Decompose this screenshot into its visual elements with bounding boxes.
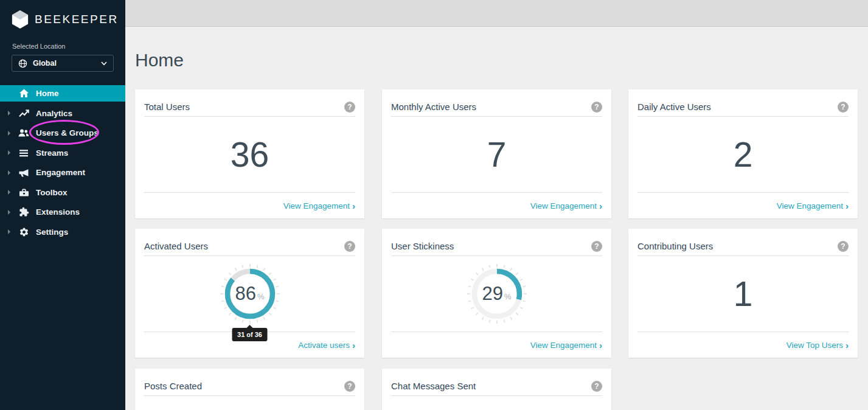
gauge-percent: 86: [235, 283, 255, 305]
help-icon[interactable]: ?: [344, 241, 355, 252]
card-user-stickiness: User Stickiness ? 29 % View Engagement›: [382, 229, 611, 358]
card-title: Monthly Active Users: [391, 102, 476, 112]
location-dropdown[interactable]: Global: [12, 55, 114, 72]
gauge-tooltip: 31 of 36: [232, 328, 268, 341]
users-icon: [18, 128, 29, 139]
sidebar: BEEKEEPER Selected Location Global Home …: [0, 0, 125, 410]
sidebar-item-label: Users & Groups: [36, 128, 99, 137]
expand-caret-icon: [8, 150, 10, 155]
brand-logo: BEEKEEPER: [0, 0, 125, 29]
brand-name: BEEKEEPER: [35, 13, 119, 26]
view-engagement-link[interactable]: View Engagement›: [777, 201, 849, 210]
chevron-right-icon: ›: [599, 341, 602, 350]
metric-value: 2: [734, 134, 753, 175]
help-icon[interactable]: ?: [591, 381, 602, 392]
sidebar-item-label: Engagement: [36, 168, 85, 177]
card-title: Chat Messages Sent: [391, 381, 476, 391]
chevron-right-icon: ›: [352, 341, 355, 350]
activate-users-link[interactable]: Activate users›: [298, 341, 355, 350]
gauge-percent: 29: [482, 283, 502, 305]
gauge-unit: %: [257, 292, 265, 301]
main-content: Home Total Users ? 36 View Engagement› M…: [125, 0, 868, 410]
toolbox-icon: [18, 187, 29, 198]
top-bar: [125, 0, 868, 27]
sidebar-item-engagement[interactable]: Engagement: [0, 164, 125, 181]
expand-caret-icon: [8, 111, 10, 116]
card-daily-active-users: Daily Active Users ? 2 View Engagement›: [628, 89, 858, 218]
card-title: Posts Created: [144, 381, 202, 391]
expand-caret-icon: [8, 210, 10, 215]
metric-value: 36: [231, 134, 269, 175]
card-activated-users: Activated Users ? 86 % 31 of 36 Activate…: [135, 229, 364, 358]
sidebar-item-label: Analytics: [36, 109, 72, 118]
help-icon[interactable]: ?: [344, 102, 355, 113]
sidebar-item-label: Toolbox: [36, 188, 68, 197]
user-stickiness-gauge: 29 %: [464, 260, 530, 327]
globe-icon: [18, 59, 27, 68]
selected-location-label: Selected Location: [12, 43, 125, 50]
metric-value: 1: [734, 274, 753, 314]
megaphone-icon: [18, 167, 29, 178]
sidebar-item-toolbox[interactable]: Toolbox: [0, 184, 125, 201]
sidebar-item-users-groups[interactable]: Users & Groups: [0, 125, 125, 141]
puzzle-icon: [18, 207, 29, 218]
expand-caret-icon: [8, 131, 10, 136]
sidebar-item-analytics[interactable]: Analytics: [0, 105, 125, 122]
sidebar-item-label: Streams: [36, 148, 68, 158]
help-icon[interactable]: ?: [838, 102, 849, 113]
card-title: User Stickiness: [391, 241, 454, 251]
card-title: Activated Users: [144, 241, 208, 251]
card-chat-messages-sent: Chat Messages Sent ?: [382, 369, 611, 410]
chevron-right-icon: ›: [845, 201, 849, 210]
card-contributing-users: Contributing Users ? 1 View Top Users›: [628, 229, 858, 358]
view-top-users-link[interactable]: View Top Users›: [786, 341, 849, 350]
expand-caret-icon: [8, 190, 10, 195]
home-icon: [18, 88, 29, 99]
sidebar-nav: Home Analytics Users & Groups Streams: [0, 85, 125, 240]
chevron-right-icon: ›: [599, 201, 602, 210]
expand-caret-icon: [8, 170, 10, 175]
card-total-users: Total Users ? 36 View Engagement›: [135, 89, 364, 218]
card-title: Total Users: [144, 102, 190, 112]
view-engagement-link[interactable]: View Engagement›: [283, 201, 355, 210]
page-title: Home: [135, 50, 184, 71]
help-icon[interactable]: ?: [591, 102, 602, 113]
help-icon[interactable]: ?: [838, 241, 849, 252]
view-engagement-link[interactable]: View Engagement›: [530, 201, 602, 210]
sidebar-item-streams[interactable]: Streams: [0, 145, 125, 161]
help-icon[interactable]: ?: [344, 381, 355, 392]
sidebar-item-label: Home: [36, 89, 59, 98]
gauge-unit: %: [504, 292, 512, 301]
sidebar-item-label: Settings: [36, 228, 68, 237]
beekeeper-hexagon-icon: [11, 10, 29, 29]
metric-value: 7: [487, 134, 507, 175]
card-title: Contributing Users: [637, 241, 713, 251]
streams-icon: [18, 147, 29, 158]
analytics-icon: [18, 108, 29, 119]
expand-caret-icon: [8, 229, 10, 234]
card-monthly-active-users: Monthly Active Users ? 7 View Engagement…: [382, 89, 611, 218]
help-icon[interactable]: ?: [591, 241, 602, 252]
chevron-right-icon: ›: [352, 201, 355, 210]
location-value: Global: [33, 59, 57, 68]
sidebar-item-label: Extensions: [36, 207, 80, 217]
chevron-right-icon: ›: [845, 341, 849, 350]
view-engagement-link[interactable]: View Engagement›: [530, 341, 602, 350]
sidebar-item-home[interactable]: Home: [0, 85, 125, 102]
activated-users-gauge: 86 %: [217, 260, 283, 327]
card-posts-created: Posts Created ?: [135, 369, 364, 410]
card-title: Daily Active Users: [637, 102, 711, 112]
gear-icon: [18, 226, 29, 237]
chevron-down-icon: [101, 61, 107, 66]
sidebar-item-extensions[interactable]: Extensions: [0, 204, 125, 220]
sidebar-item-settings[interactable]: Settings: [0, 224, 125, 240]
